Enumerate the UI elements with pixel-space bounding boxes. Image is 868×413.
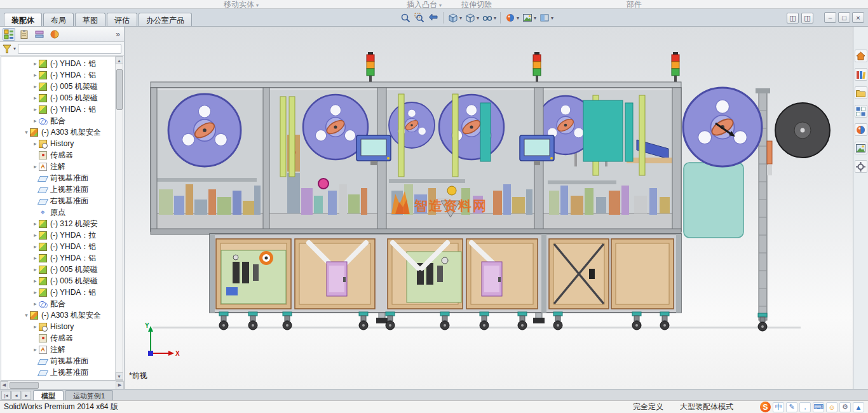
tab-office-products[interactable]: 办公室产品 [139,13,192,26]
tree-item[interactable]: ▸ (-) YHDA：铝 [1,58,115,69]
tree-filter-input[interactable] [18,44,121,54]
chevron-down-icon[interactable]: ▾ [517,15,519,21]
scroll-down-icon[interactable]: ▼ [116,372,123,380]
tree-expand-arrow[interactable]: ▸ [32,72,39,78]
tree-expand-arrow[interactable]: ▸ [32,163,39,170]
chevron-down-icon[interactable]: ▾ [534,15,536,21]
hide-show-items-icon[interactable] [481,11,494,24]
tree-item[interactable]: 传感器 [1,332,115,344]
tree-item[interactable]: 前视基准面 [1,355,115,367]
file-explorer-icon[interactable] [855,86,867,99]
scrollbar-thumb[interactable] [116,69,123,110]
scroll-right-icon[interactable]: ▶ [116,381,124,389]
tree-item[interactable]: 传感器 [1,149,115,161]
toolbar-item[interactable]: 移动实体▾ [224,0,259,9]
keyboard-icon[interactable]: ⌨ [813,402,824,412]
tree-expand-arrow[interactable]: ▾ [23,129,30,135]
propertymanager-icon[interactable] [18,28,31,41]
view-orientation-icon[interactable] [447,11,459,24]
featuremanager-tree-icon[interactable] [3,28,15,41]
tree-item[interactable]: 右视基准面 [1,195,115,207]
appearances-icon[interactable] [855,123,867,136]
tree-expand-arrow[interactable]: ▸ [32,140,39,147]
split-pane-left-icon[interactable]: ◫ [787,13,799,24]
tree-item[interactable]: ▸ (-) 005 机架磁 [1,275,115,287]
tab-layout[interactable]: 布局 [43,13,74,26]
chevron-down-icon[interactable]: ▾ [494,15,496,21]
punctuation-icon[interactable]: ， [799,402,811,412]
tree-expand-arrow[interactable]: ▸ [32,266,39,273]
emoji-icon[interactable]: ☺ [826,402,837,412]
custom-properties-icon[interactable] [855,160,867,173]
tree-horizontal-scrollbar[interactable]: ◀ ▶ [0,381,124,389]
tree-expand-arrow[interactable]: ▸ [32,95,39,101]
edit-appearance-icon[interactable] [504,11,517,24]
chevron-down-icon[interactable]: ▾ [551,15,553,21]
tree-expand-arrow[interactable]: ▸ [32,60,39,67]
tree-item[interactable]: ▸ (-) 005 机架磁 [1,264,115,275]
tree-item[interactable]: ▸ (-) YHDA：铝 [1,69,115,81]
previous-view-icon[interactable] [427,11,440,24]
tree-item[interactable]: ▸ 注解 [1,161,115,172]
filter-funnel-icon[interactable] [3,44,11,53]
tab-evaluate[interactable]: 评估 [107,13,137,26]
tree-item[interactable]: ▸ (-) 005 机架磁 [1,92,115,104]
collapse-icon[interactable]: ▲ [853,402,864,412]
tree-item[interactable]: ▾ (-) A303 机架安全 [1,309,115,321]
configurationmanager-icon[interactable] [33,28,46,41]
tree-expand-arrow[interactable]: ▸ [32,232,39,238]
tree-item[interactable]: 原点 [1,207,115,218]
tree-expand-arrow[interactable]: ▸ [32,289,39,295]
tree-expand-arrow[interactable]: ▸ [32,323,39,330]
toolbar-item[interactable]: 插入凸台▾ [407,0,442,9]
sheet-nav-prev[interactable]: ◂ [11,391,21,400]
tree-expand-arrow[interactable]: ▸ [32,118,39,124]
tree-item[interactable]: ▾ (-) A303 机架安全 [1,126,115,138]
sogou-icon[interactable]: S [760,402,771,412]
chevron-down-icon[interactable]: ▾ [459,15,462,21]
tree-item[interactable]: ▸ History [1,321,115,332]
tree-item[interactable]: 上视基准面 [1,184,115,195]
tree-item[interactable]: ▸ 配合 [1,298,115,309]
chevron-down-icon[interactable]: ▾ [477,15,479,21]
panel-expand-chevrons[interactable]: » [116,30,121,39]
tree-expand-arrow[interactable]: ▸ [32,255,39,261]
tree-expand-arrow[interactable]: ▸ [32,243,39,250]
tree-item[interactable]: ▸ (-) YHDA：拉 [1,229,115,241]
tab-model[interactable]: 模型 [33,390,64,400]
scenes-icon[interactable] [855,142,867,154]
display-style-icon[interactable] [464,11,477,24]
tree-item[interactable]: ▸ History [1,138,115,149]
apply-scene-icon[interactable] [521,11,534,24]
sheet-nav-next[interactable]: ▸ [22,391,31,400]
toolbar-item[interactable]: 拉伸切除 [461,0,492,9]
graphics-area[interactable]: 智造资料网 Y X *前视 [125,27,853,389]
tree-item[interactable]: ▸ (-) YHDA：铝 [1,287,115,298]
section-view-icon[interactable] [538,11,551,24]
displaymanager-icon[interactable] [48,28,61,41]
chevron-down-icon[interactable]: ▾ [13,46,16,51]
tree-item[interactable]: ▸ (-) 312 机架安 [1,218,115,229]
tree-item[interactable]: ▸ 注解 [1,344,115,355]
sheet-nav-first[interactable]: |◂ [1,391,11,400]
tree-expand-arrow[interactable]: ▸ [32,301,39,307]
tree-expand-arrow[interactable]: ▸ [32,106,39,112]
scroll-up-icon[interactable]: ▲ [116,57,123,64]
scroll-left-icon[interactable]: ◀ [0,381,8,389]
solidworks-resources-icon[interactable] [855,50,867,62]
tree-item[interactable]: ▸ (-) YHDA：铝 [1,104,115,115]
split-pane-right-icon[interactable]: ◫ [801,13,813,24]
tab-assembly[interactable]: 装配体 [4,13,42,26]
minimize-button[interactable]: − [824,12,836,23]
design-library-icon[interactable] [855,68,867,81]
tab-sketch[interactable]: 草图 [75,13,105,26]
view-palette-icon[interactable] [855,105,867,118]
tree-expand-arrow[interactable]: ▸ [32,220,39,227]
chinese-mode-icon[interactable]: 中 [773,402,784,412]
tree-item[interactable]: 前视基准面 [1,172,115,184]
close-button[interactable]: × [852,12,864,23]
scrollbar-thumb[interactable] [10,382,39,389]
toolbar-item[interactable]: 部件 [627,0,642,9]
zoom-area-icon[interactable] [413,11,426,24]
tree-expand-arrow[interactable]: ▾ [23,312,30,318]
